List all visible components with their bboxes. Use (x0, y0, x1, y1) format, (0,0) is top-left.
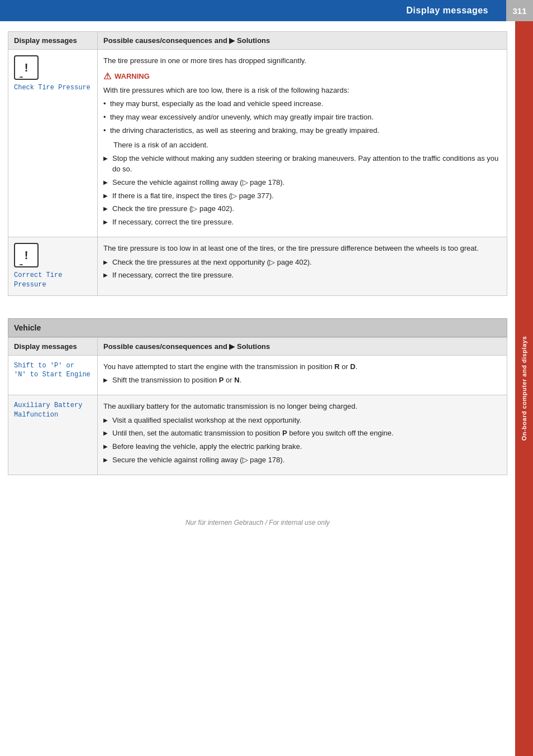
arrow-list-battery: Visit a qualified specialist workshop at… (103, 415, 501, 466)
arrow-list-check-tire: Stop the vehicle without making any sudd… (103, 154, 501, 228)
bullet-list-check-tire: they may burst, especially as the load a… (103, 99, 501, 136)
table-row: Auxiliary BatteryMalfunction The auxilia… (8, 395, 507, 475)
page-number: 311 (506, 0, 533, 21)
table-row: Shift to 'P' or'N' to Start Engine You h… (8, 355, 507, 395)
list-item: Until then, set the automatic transmissi… (103, 428, 501, 439)
check-tire-content: The tire pressure in one or more tires h… (98, 50, 507, 237)
arrow-list-correct-tire: Check the tire pressures at the next opp… (103, 257, 501, 281)
list-item: Secure the vehicle against rolling away … (103, 455, 501, 466)
section-gap (8, 308, 507, 318)
table-row: ! ̲̲ Correct TirePressure The tire press… (8, 237, 507, 296)
table-row: ! ̲̲ Check Tire Pressure The tire pressu… (8, 50, 507, 237)
col-display-messages: Display messages (8, 32, 98, 50)
section1-table: Display messages Possible causes/consequ… (8, 31, 507, 296)
check-tire-label: Check Tire Pressure (14, 83, 92, 93)
arrow-list-shift: Shift the transmission to position P or … (103, 375, 501, 386)
vehicle-section-header: Vehicle (8, 318, 507, 337)
display-msg-cell-shift: Shift to 'P' or'N' to Start Engine (8, 355, 98, 395)
warning-triangle-icon: ⚠ (103, 71, 111, 82)
list-item: Shift the transmission to position P or … (103, 375, 501, 386)
footer-text: Nur für internen Gebrauch / For internal… (8, 519, 507, 532)
list-item: Visit a qualified specialist workshop at… (103, 415, 501, 426)
check-tire-icon: ! ̲̲ (14, 55, 39, 80)
section-gap-2 (8, 487, 507, 497)
battery-label: Auxiliary BatteryMalfunction (14, 401, 92, 420)
list-item: If necessary, correct the tire pressure. (103, 270, 501, 281)
correct-tire-icon: ! ̲̲ (14, 243, 39, 267)
check-tire-intro: The tire pressure in one or more tires h… (103, 55, 501, 66)
correct-tire-content: The tire pressure is too low in at least… (98, 237, 507, 296)
shift-intro: You have attempted to start the engine w… (103, 361, 501, 372)
col2-display-messages: Display messages (8, 337, 98, 355)
list-item: they may wear excessively and/or unevenl… (103, 112, 501, 123)
list-item: If necessary, correct the tire pressure. (103, 217, 501, 228)
header-title: Display messages (406, 6, 488, 16)
warning-block: ⚠ WARNING (103, 71, 501, 82)
side-tab-label: On-board computer and displays (518, 331, 530, 446)
correct-tire-label: Correct TirePressure (14, 271, 92, 290)
warning-label: WARNING (115, 72, 150, 80)
list-item: Check the tire pressure (▷ page 402). (103, 204, 501, 214)
correct-tire-intro: The tire pressure is too low in at least… (103, 243, 501, 254)
list-item: they may burst, especially as the load a… (103, 99, 501, 109)
section-gap-3 (8, 497, 507, 508)
battery-content: The auxiliary battery for the automatic … (98, 395, 507, 475)
side-tab: On-board computer and displays (515, 21, 533, 756)
display-msg-cell-battery: Auxiliary BatteryMalfunction (8, 395, 98, 475)
list-item: Stop the vehicle without making any sudd… (103, 154, 501, 175)
section2-table: Display messages Possible causes/consequ… (8, 337, 507, 475)
col-causes-solutions: Possible causes/consequences and ▶ Solut… (98, 32, 507, 50)
header-bar: Display messages (0, 0, 533, 21)
shift-label: Shift to 'P' or'N' to Start Engine (14, 361, 92, 380)
list-item: Check the tire pressures at the next opp… (103, 257, 501, 268)
display-msg-cell-check-tire: ! ̲̲ Check Tire Pressure (8, 50, 98, 237)
list-item: Secure the vehicle against rolling away … (103, 178, 501, 188)
list-item: the driving characteristics, as well as … (103, 126, 501, 136)
warning-intro: With tire pressures which are too low, t… (103, 85, 501, 96)
shift-content: You have attempted to start the engine w… (98, 355, 507, 395)
accident-risk: There is a risk of an accident. (113, 140, 501, 151)
list-item: If there is a flat tire, inspect the tir… (103, 191, 501, 202)
battery-intro: The auxiliary battery for the automatic … (103, 401, 501, 412)
list-item: Before leaving the vehicle, apply the el… (103, 442, 501, 452)
display-msg-cell-correct-tire: ! ̲̲ Correct TirePressure (8, 237, 98, 296)
col2-causes-solutions: Possible causes/consequences and ▶ Solut… (98, 337, 507, 355)
main-content: Display messages Possible causes/consequ… (0, 21, 515, 538)
